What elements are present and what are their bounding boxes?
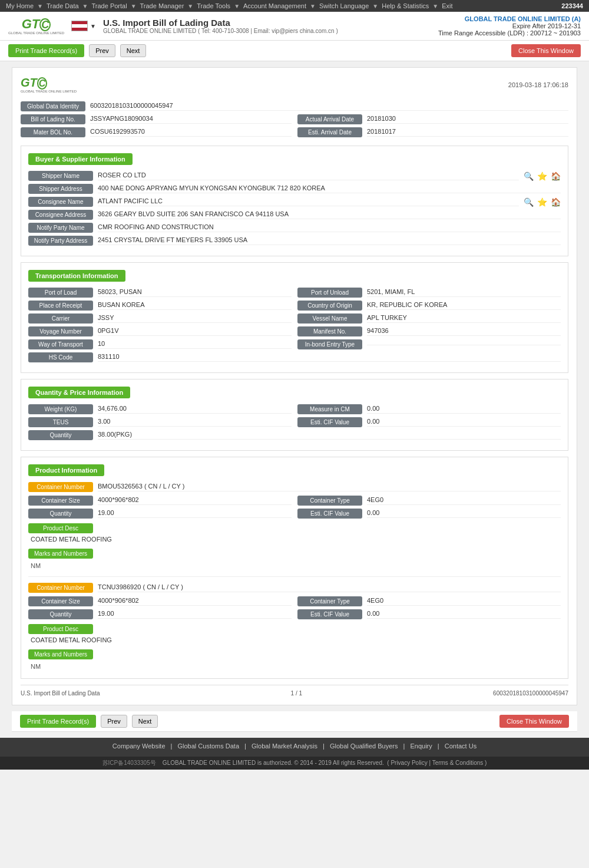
esti-cif-value: 0.00 (367, 418, 561, 427)
carrier-vessel-row: Carrier JSSY Vessel Name APL TURKEY (28, 313, 561, 324)
top-navigation: My Home ▼ Trade Data ▼ Trade Portal ▼ Tr… (0, 0, 589, 12)
voyage-manifest-row: Voyage Number 0PG1V Manifest No. 947036 (28, 326, 561, 336)
container-number-label-1: Container Number (28, 482, 93, 492)
nav-help-statistics[interactable]: Help & Statistics (382, 2, 429, 9)
prev-button[interactable]: Prev (89, 44, 115, 57)
link-company-website[interactable]: Company Website (112, 742, 166, 750)
privacy-policy-link[interactable]: Privacy Policy (391, 760, 427, 766)
measure-col: Measure in CM 0.00 (297, 404, 561, 414)
container-type-label-2: Container Type (297, 596, 362, 606)
search-icon[interactable]: 🔍 (524, 171, 534, 181)
way-of-transport-label: Way of Transport (28, 339, 93, 349)
container-number-row-1: Container Number BMOU5326563 ( CN / L / … (28, 482, 561, 492)
nav-trade-data[interactable]: Trade Data (47, 2, 79, 9)
weight-label: Weight (KG) (28, 404, 93, 414)
quantity-row: Quantity 38.00(PKG) (28, 430, 561, 440)
transport-inbond-row: Way of Transport 10 In-bond Entry Type (28, 339, 561, 349)
consignee-name-row: Consignee Name ATLANT PACIFIC LLC 🔍 ⭐ 🏠 (28, 197, 561, 207)
container-size-type-row-1: Container Size 4000*906*802 Container Ty… (28, 496, 561, 506)
bottom-print-button[interactable]: Print Trade Record(s) (20, 715, 96, 728)
close-button[interactable]: Close This Window (511, 44, 581, 57)
terms-link[interactable]: Terms & Conditions (432, 760, 484, 766)
quantity-esti-row-2: Quantity 19.00 Esti. CIF Value 0.00 (28, 609, 561, 619)
marks-block-2: Marks and Numbers NM (28, 646, 561, 671)
print-button[interactable]: Print Trade Record(s) (8, 44, 84, 57)
product-info-label: Product Information (28, 464, 104, 476)
link-global-market[interactable]: Global Market Analysis (252, 742, 317, 750)
home-icon-2[interactable]: 🏠 (551, 197, 561, 207)
search-icon-2[interactable]: 🔍 (524, 197, 534, 207)
bottom-close-button[interactable]: Close This Window (499, 715, 569, 728)
nav-trade-manager[interactable]: Trade Manager (140, 2, 184, 9)
consignee-name-value: ATLANT PACIFIC LLC (98, 197, 519, 206)
esti-cif-label: Esti. CIF Value (297, 417, 362, 427)
bol-arrival-row: Bill of Lading No. JSSYAPNG18090034 Actu… (21, 114, 568, 124)
header-subtitle: GLOBAL TRADE ONLINE LIMITED ( Tel: 400-7… (103, 28, 338, 34)
weight-value: 34,676.00 (98, 405, 292, 414)
bottom-prev-button[interactable]: Prev (101, 715, 127, 728)
manifest-no-label: Manifest No. (297, 326, 362, 336)
link-global-customs[interactable]: Global Customs Data (178, 742, 240, 750)
star-icon-2[interactable]: ⭐ (537, 197, 547, 207)
shipper-name-value: ROSER CO LTD (98, 171, 519, 180)
link-contact-us[interactable]: Contact Us (445, 742, 477, 750)
nav-my-home[interactable]: My Home (6, 2, 34, 9)
product-desc-block-2: Product Desc COATED METAL ROOFING (28, 624, 561, 646)
quantity-label-1: Quantity (28, 509, 93, 519)
star-icon[interactable]: ⭐ (537, 171, 547, 181)
link-enquiry[interactable]: Enquiry (410, 742, 432, 750)
link-global-qualified[interactable]: Global Qualified Buyers (330, 742, 398, 750)
marks-value-1: NM (28, 561, 561, 570)
container-size-type-row-2: Container Size 4000*906*802 Container Ty… (28, 596, 561, 606)
home-icon[interactable]: 🏠 (551, 171, 561, 181)
teus-cif-row: TEUS 3.00 Esti. CIF Value 0.00 (28, 417, 561, 427)
card-date: 2019-03-18 17:06:18 (508, 81, 568, 88)
next-button[interactable]: Next (120, 44, 147, 57)
consignee-icons: 🔍 ⭐ 🏠 (524, 197, 561, 207)
flag-selector[interactable]: ▼ (71, 21, 96, 31)
bottom-toolbar: Print Trade Record(s) Prev Next Close Th… (12, 711, 577, 732)
toolbar: Print Trade Record(s) Prev Next Close Th… (0, 41, 589, 61)
consignee-address-label: Consignee Address (28, 210, 93, 220)
marks-label-1: Marks and Numbers (28, 549, 93, 559)
port-of-load-label: Port of Load (28, 288, 93, 298)
card-logo-sub: GLOBAL TRADE ONLINE LIMITED (21, 90, 77, 93)
doc-footer: U.S. Import Bill of Lading Data 1 / 1 60… (21, 685, 568, 697)
bottom-nav: Company Website | Global Customs Data | … (0, 738, 589, 757)
country-of-origin-label: Country of Origin (297, 301, 362, 311)
buyer-supplier-label: Buyer & Supplier Information (28, 153, 133, 165)
voyage-col: Voyage Number 0PG1V (28, 326, 292, 336)
consignee-name-label: Consignee Name (28, 197, 93, 207)
nav-trade-tools[interactable]: Trade Tools (197, 2, 230, 9)
shipper-address-label: Shipper Address (28, 184, 93, 194)
carrier-label: Carrier (28, 313, 93, 324)
container-number-value-2: TCNU3986920 ( CN / L / CY ) (98, 583, 561, 592)
company-name: GLOBAL TRADE ONLINE LIMITED (A) (438, 15, 581, 22)
inbond-col: In-bond Entry Type (297, 339, 561, 349)
port-of-load-col: Port of Load 58023, PUSAN (28, 288, 292, 298)
quantity-value: 38.00(PKG) (98, 431, 561, 440)
container-type-value-1: 4EG0 (367, 496, 561, 505)
expire-date: Expire After 2019-12-31 (438, 22, 581, 29)
bol-no-label: Bill of Lading No. (21, 114, 85, 124)
esti-cif-col-1: Esti. CIF Value 0.00 (297, 509, 561, 519)
esti-arrival-col: Esti. Arrival Date 20181017 (297, 127, 568, 137)
bottom-links: Company Website | Global Customs Data | … (5, 742, 584, 750)
nav-switch-language[interactable]: Switch Language (319, 2, 369, 9)
port-row: Port of Load 58023, PUSAN Port of Unload… (28, 288, 561, 298)
marks-value-2: NM (28, 662, 561, 671)
esti-cif-col-2: Esti. CIF Value 0.00 (297, 609, 561, 619)
logo-text: GTC (22, 18, 51, 31)
vessel-name-col: Vessel Name APL TURKEY (297, 313, 561, 324)
nav-exit[interactable]: Exit (442, 2, 452, 9)
shipper-address-row: Shipper Address 400 NAE DONG APRYANG MYU… (28, 184, 561, 194)
nav-trade-portal[interactable]: Trade Portal (92, 2, 127, 9)
bottom-next-button[interactable]: Next (132, 715, 158, 728)
container-size-col-1: Container Size 4000*906*802 (28, 496, 292, 506)
consignee-address-row: Consignee Address 3626 GEARY BLVD SUITE … (28, 210, 561, 220)
container-type-col-2: Container Type 4EG0 (297, 596, 561, 606)
esti-arrival-value: 20181017 (367, 128, 568, 137)
header-title-block: U.S. Import Bill of Lading Data GLOBAL T… (103, 18, 338, 34)
place-of-receipt-label: Place of Receipt (28, 301, 93, 311)
nav-account-management[interactable]: Account Management (243, 2, 306, 9)
